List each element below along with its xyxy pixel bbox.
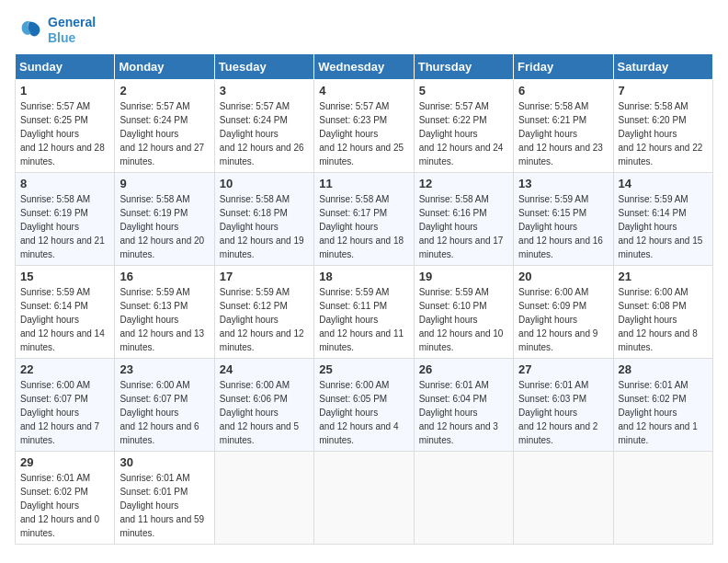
day-info: Sunrise: 5:57 AM Sunset: 6:24 PM Dayligh… [119, 99, 209, 168]
day-info: Sunrise: 6:01 AM Sunset: 6:02 PM Dayligh… [619, 378, 708, 447]
day-number: 2 [119, 84, 209, 98]
day-cell: 12 Sunrise: 5:58 AM Sunset: 6:16 PM Dayl… [414, 172, 513, 265]
day-cell: 1 Sunrise: 5:57 AM Sunset: 6:25 PM Dayli… [16, 79, 115, 172]
day-number: 23 [119, 362, 209, 376]
day-info: Sunrise: 6:01 AM Sunset: 6:02 PM Dayligh… [20, 471, 109, 540]
day-cell: 16 Sunrise: 5:59 AM Sunset: 6:13 PM Dayl… [115, 265, 214, 358]
day-info: Sunrise: 6:00 AM Sunset: 6:06 PM Dayligh… [220, 378, 309, 447]
week-row-5: 29 Sunrise: 6:01 AM Sunset: 6:02 PM Dayl… [16, 451, 713, 544]
day-info: Sunrise: 5:59 AM Sunset: 6:13 PM Dayligh… [119, 285, 209, 354]
day-info: Sunrise: 6:01 AM Sunset: 6:04 PM Dayligh… [419, 378, 508, 447]
day-number: 21 [619, 270, 708, 283]
logo: General Blue [15, 15, 96, 46]
column-header-wednesday: Wednesday [314, 53, 414, 79]
day-number: 3 [220, 84, 309, 98]
logo-text: General Blue [48, 15, 96, 46]
day-info: Sunrise: 5:58 AM Sunset: 6:16 PM Dayligh… [419, 192, 508, 261]
logo-icon [15, 16, 44, 45]
day-number: 9 [119, 177, 209, 190]
day-info: Sunrise: 5:58 AM Sunset: 6:19 PM Dayligh… [119, 192, 209, 261]
column-header-thursday: Thursday [414, 53, 513, 79]
column-header-sunday: Sunday [16, 53, 115, 79]
day-cell: 24 Sunrise: 6:00 AM Sunset: 6:06 PM Dayl… [214, 358, 313, 451]
day-cell: 8 Sunrise: 5:58 AM Sunset: 6:19 PM Dayli… [16, 172, 115, 265]
day-number: 25 [319, 362, 408, 376]
day-number: 20 [518, 270, 608, 283]
column-header-monday: Monday [115, 53, 214, 79]
day-info: Sunrise: 5:59 AM Sunset: 6:10 PM Dayligh… [419, 285, 508, 354]
day-cell: 26 Sunrise: 6:01 AM Sunset: 6:04 PM Dayl… [414, 358, 513, 451]
day-info: Sunrise: 5:57 AM Sunset: 6:24 PM Dayligh… [220, 99, 309, 168]
day-info: Sunrise: 6:00 AM Sunset: 6:05 PM Dayligh… [319, 378, 408, 447]
day-number: 13 [518, 177, 608, 190]
day-info: Sunrise: 6:01 AM Sunset: 6:01 PM Dayligh… [119, 471, 209, 540]
day-cell: 29 Sunrise: 6:01 AM Sunset: 6:02 PM Dayl… [16, 451, 115, 544]
day-info: Sunrise: 5:59 AM Sunset: 6:12 PM Dayligh… [220, 285, 309, 354]
week-row-3: 15 Sunrise: 5:59 AM Sunset: 6:14 PM Dayl… [16, 265, 713, 358]
day-number: 16 [119, 270, 209, 283]
week-row-2: 8 Sunrise: 5:58 AM Sunset: 6:19 PM Dayli… [16, 172, 713, 265]
day-cell: 13 Sunrise: 5:59 AM Sunset: 6:15 PM Dayl… [514, 172, 613, 265]
day-cell: 21 Sunrise: 6:00 AM Sunset: 6:08 PM Dayl… [613, 265, 712, 358]
day-cell: 11 Sunrise: 5:58 AM Sunset: 6:17 PM Dayl… [314, 172, 414, 265]
day-number: 18 [319, 270, 408, 283]
day-number: 29 [20, 455, 109, 469]
day-number: 4 [319, 84, 408, 98]
day-cell: 20 Sunrise: 6:00 AM Sunset: 6:09 PM Dayl… [514, 265, 613, 358]
header-row: SundayMondayTuesdayWednesdayThursdayFrid… [16, 53, 713, 79]
day-cell: 19 Sunrise: 5:59 AM Sunset: 6:10 PM Dayl… [414, 265, 513, 358]
day-number: 1 [20, 84, 109, 98]
day-number: 6 [518, 84, 608, 98]
day-info: Sunrise: 5:58 AM Sunset: 6:19 PM Dayligh… [20, 192, 109, 261]
day-cell: 5 Sunrise: 5:57 AM Sunset: 6:22 PM Dayli… [414, 79, 513, 172]
column-header-saturday: Saturday [613, 53, 712, 79]
day-info: Sunrise: 6:00 AM Sunset: 6:08 PM Dayligh… [619, 285, 708, 354]
day-cell [613, 451, 712, 544]
day-cell: 4 Sunrise: 5:57 AM Sunset: 6:23 PM Dayli… [314, 79, 414, 172]
day-info: Sunrise: 6:00 AM Sunset: 6:07 PM Dayligh… [119, 378, 209, 447]
day-cell: 30 Sunrise: 6:01 AM Sunset: 6:01 PM Dayl… [115, 451, 214, 544]
day-info: Sunrise: 5:58 AM Sunset: 6:21 PM Dayligh… [518, 99, 608, 168]
day-cell: 7 Sunrise: 5:58 AM Sunset: 6:20 PM Dayli… [613, 79, 712, 172]
week-row-4: 22 Sunrise: 6:00 AM Sunset: 6:07 PM Dayl… [16, 358, 713, 451]
column-header-tuesday: Tuesday [214, 53, 313, 79]
day-info: Sunrise: 6:00 AM Sunset: 6:07 PM Dayligh… [20, 378, 109, 447]
day-info: Sunrise: 5:58 AM Sunset: 6:17 PM Dayligh… [319, 192, 408, 261]
day-number: 8 [20, 177, 109, 190]
day-cell: 14 Sunrise: 5:59 AM Sunset: 6:14 PM Dayl… [613, 172, 712, 265]
day-cell: 18 Sunrise: 5:59 AM Sunset: 6:11 PM Dayl… [314, 265, 414, 358]
day-number: 19 [419, 270, 508, 283]
day-cell: 3 Sunrise: 5:57 AM Sunset: 6:24 PM Dayli… [214, 79, 313, 172]
day-cell [514, 451, 613, 544]
day-info: Sunrise: 5:57 AM Sunset: 6:22 PM Dayligh… [419, 99, 508, 168]
page-header: General Blue [15, 15, 713, 46]
day-cell: 17 Sunrise: 5:59 AM Sunset: 6:12 PM Dayl… [214, 265, 313, 358]
calendar-table: SundayMondayTuesdayWednesdayThursdayFrid… [15, 53, 713, 545]
column-header-friday: Friday [514, 53, 613, 79]
day-cell: 28 Sunrise: 6:01 AM Sunset: 6:02 PM Dayl… [613, 358, 712, 451]
day-cell: 6 Sunrise: 5:58 AM Sunset: 6:21 PM Dayli… [514, 79, 613, 172]
day-number: 24 [220, 362, 309, 376]
day-info: Sunrise: 5:59 AM Sunset: 6:11 PM Dayligh… [319, 285, 408, 354]
day-cell: 23 Sunrise: 6:00 AM Sunset: 6:07 PM Dayl… [115, 358, 214, 451]
day-number: 22 [20, 362, 109, 376]
day-info: Sunrise: 5:58 AM Sunset: 6:18 PM Dayligh… [220, 192, 309, 261]
day-number: 5 [419, 84, 508, 98]
day-number: 26 [419, 362, 508, 376]
day-cell: 15 Sunrise: 5:59 AM Sunset: 6:14 PM Dayl… [16, 265, 115, 358]
day-cell [314, 451, 414, 544]
day-cell [414, 451, 513, 544]
day-cell: 2 Sunrise: 5:57 AM Sunset: 6:24 PM Dayli… [115, 79, 214, 172]
day-number: 27 [518, 362, 608, 376]
day-cell: 10 Sunrise: 5:58 AM Sunset: 6:18 PM Dayl… [214, 172, 313, 265]
day-cell: 27 Sunrise: 6:01 AM Sunset: 6:03 PM Dayl… [514, 358, 613, 451]
day-info: Sunrise: 5:59 AM Sunset: 6:14 PM Dayligh… [619, 192, 708, 261]
day-number: 10 [220, 177, 309, 190]
day-number: 14 [619, 177, 708, 190]
day-info: Sunrise: 6:01 AM Sunset: 6:03 PM Dayligh… [518, 378, 608, 447]
day-number: 17 [220, 270, 309, 283]
day-info: Sunrise: 6:00 AM Sunset: 6:09 PM Dayligh… [518, 285, 608, 354]
day-info: Sunrise: 5:59 AM Sunset: 6:14 PM Dayligh… [20, 285, 109, 354]
day-number: 7 [619, 84, 708, 98]
day-info: Sunrise: 5:57 AM Sunset: 6:25 PM Dayligh… [20, 99, 109, 168]
